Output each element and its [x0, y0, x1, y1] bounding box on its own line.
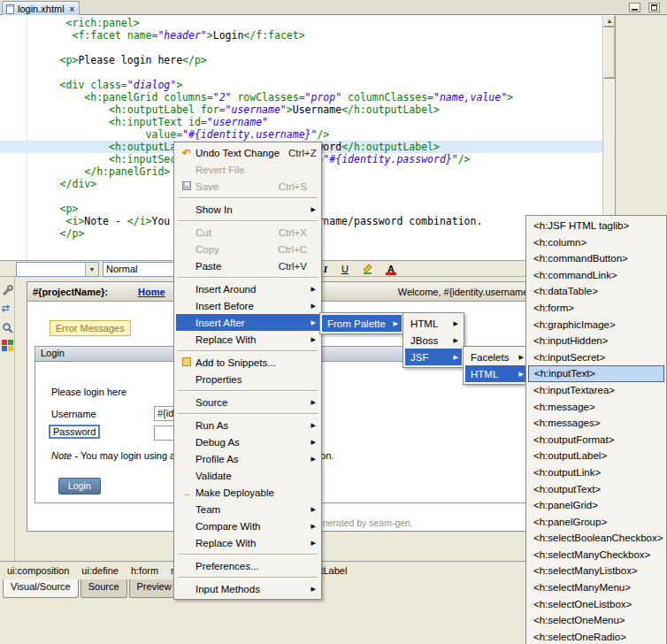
context-menu-item[interactable]: CutCtrl+X: [176, 224, 319, 241]
context-menu-item[interactable]: Compare With▶: [176, 518, 319, 534]
close-icon[interactable]: ×: [70, 4, 75, 14]
tag-menu-item[interactable]: <h:outputLabel>: [528, 448, 664, 464]
context-menu-item[interactable]: →Make Deployable: [176, 484, 319, 501]
tag-menu-item[interactable]: <h:selectManyCheckbox>: [528, 547, 664, 564]
code-line[interactable]: <div class="dialog">: [0, 79, 602, 91]
palette-icon[interactable]: [2, 340, 13, 351]
tag-menu-item[interactable]: <h:dataTable>: [528, 283, 664, 300]
tag-menu-item[interactable]: <h:panelGrid>: [528, 497, 664, 514]
tag-menu-item[interactable]: <h:message>: [528, 399, 664, 416]
context-menu-item[interactable]: Input Methods▶: [176, 580, 319, 597]
context-menu-item[interactable]: Show In▶: [176, 201, 319, 218]
highlight-marker-icon[interactable]: [359, 262, 377, 277]
context-menu-item[interactable]: Source▶: [176, 394, 319, 410]
login-button[interactable]: Login: [58, 478, 101, 494]
submenu-item[interactable]: Facelets▶: [465, 349, 527, 365]
code-line[interactable]: <f:facet name="header">Login</f:facet>: [0, 29, 602, 42]
submenu-item[interactable]: HTML▶: [405, 315, 462, 332]
tag-menu-item[interactable]: <h:inputTextarea>: [528, 382, 664, 399]
error-messages-placeholder[interactable]: Error Messages: [50, 320, 131, 336]
tag-menu-item[interactable]: <h:outputLink>: [528, 464, 664, 481]
context-menu-item[interactable]: Insert After▶: [176, 314, 319, 331]
code-line[interactable]: <h:panelGrid columns="2" rowClasses="pro…: [0, 91, 602, 104]
context-menu-item[interactable]: Insert Before▶: [176, 297, 319, 314]
underline-button[interactable]: U: [336, 262, 354, 277]
username-label[interactable]: Username: [51, 409, 96, 419]
code-line[interactable]: <p>Please login here</p>: [0, 54, 602, 66]
submenu-arrow-icon: ▶: [311, 319, 316, 326]
maximize-icon[interactable]: [648, 3, 660, 12]
font-color-button[interactable]: A: [382, 262, 400, 277]
code-line[interactable]: <rich:panel>: [0, 17, 602, 29]
context-menu-item[interactable]: Validate: [176, 467, 319, 484]
editor-tab-bar: login.xhtml ×: [0, 0, 667, 15]
code-line[interactable]: value="#{identity.username}"/>: [0, 128, 602, 141]
code-line[interactable]: [0, 66, 602, 79]
jsf-html-tags-submenu: <h:JSF HTML taglib><h:column><h:commandB…: [525, 215, 667, 644]
tag-menu-item[interactable]: <h:commandLink>: [528, 267, 664, 284]
editor-tab-login[interactable]: login.xhtml ×: [2, 1, 80, 15]
breadcrumb-item[interactable]: ui:composition: [7, 565, 69, 576]
menu-separator: [176, 574, 319, 580]
code-line[interactable]: [0, 42, 602, 54]
password-label-selected[interactable]: Password: [49, 425, 100, 439]
tag-menu-item[interactable]: <h:selectManyListbox>: [528, 563, 664, 579]
scroll-up-icon[interactable]: ▲: [603, 15, 615, 27]
context-menu-item[interactable]: Properties: [176, 371, 319, 387]
tag-menu-item[interactable]: <h:inputHidden>: [528, 333, 664, 349]
code-line[interactable]: <h:outputLabel for="username">Username</…: [0, 104, 602, 116]
paragraph-format-value: Normal: [104, 263, 177, 276]
submenu-item[interactable]: JBoss▶: [405, 332, 462, 349]
tag-menu-item[interactable]: <h:messages>: [528, 415, 664, 432]
refresh-icon[interactable]: ⇄: [2, 303, 13, 314]
menu-separator: [176, 410, 319, 417]
preferences-wrench-icon[interactable]: [2, 284, 13, 295]
zoom-page-icon[interactable]: [2, 321, 13, 333]
code-line[interactable]: <h:inputText id="username": [0, 116, 602, 128]
breadcrumb-item[interactable]: h:form: [131, 565, 158, 576]
minimize-icon[interactable]: [629, 3, 640, 12]
tag-menu-item[interactable]: <h:selectManyMenu>: [528, 579, 664, 596]
style-class-combo[interactable]: ▼: [16, 262, 99, 277]
context-menu-item[interactable]: Insert Around▶: [176, 280, 319, 297]
context-menu-item[interactable]: Run As▶: [176, 417, 319, 433]
context-menu-item[interactable]: Replace With▶: [176, 534, 319, 551]
context-menu-item[interactable]: SaveCtrl+S: [176, 178, 319, 195]
tag-menu-item[interactable]: <h:form>: [528, 300, 664, 317]
context-menu-item[interactable]: Profile As▶: [176, 450, 319, 467]
tag-menu-item[interactable]: <h:selectBooleanCheckbox>: [528, 530, 664, 547]
context-menu-item[interactable]: Revert File: [176, 161, 319, 178]
context-menu-item[interactable]: ↶Undo Text ChangeCtrl+Z: [176, 144, 319, 161]
context-menu-item[interactable]: Team▶: [176, 501, 319, 518]
tag-menu-item[interactable]: <h:commandButton>: [528, 250, 664, 267]
tag-menu-item[interactable]: <h:panelGroup>: [528, 514, 664, 531]
tag-menu-item[interactable]: <h:selectOneMenu>: [528, 612, 664, 629]
chevron-down-icon[interactable]: ▼: [85, 263, 98, 276]
snippet-icon: [178, 357, 196, 368]
tab-visual-source[interactable]: Visual/Source: [3, 579, 79, 598]
context-menu-item[interactable]: CopyCtrl+C: [176, 241, 319, 257]
context-menu-item[interactable]: Preferences...: [176, 557, 319, 574]
breadcrumb-item[interactable]: ui:define: [81, 565, 119, 576]
jsf-submenu: Facelets▶HTML▶: [463, 346, 530, 385]
tab-source[interactable]: Source: [80, 579, 127, 598]
context-menu-item[interactable]: Add to Snippets...: [176, 354, 319, 371]
submenu-item[interactable]: JSF▶: [405, 349, 462, 365]
scrollbar-thumb[interactable]: [603, 27, 615, 79]
tag-menu-item[interactable]: <h:JSF HTML taglib>: [528, 218, 664, 234]
context-menu-item[interactable]: PasteCtrl+V: [176, 257, 319, 274]
tag-menu-item[interactable]: <h:inputSecret>: [528, 349, 664, 366]
context-menu-item[interactable]: Debug As▶: [176, 433, 319, 450]
submenu-item[interactable]: From Palette▶: [322, 315, 402, 332]
tab-preview[interactable]: Preview: [129, 579, 180, 598]
tag-menu-item[interactable]: <h:outputFormat>: [528, 432, 664, 448]
context-menu-item[interactable]: Replace With▶: [176, 331, 319, 348]
tag-menu-item[interactable]: <h:selectOneRadio>: [528, 629, 664, 644]
tag-menu-item[interactable]: <h:inputText>: [528, 365, 664, 382]
submenu-item[interactable]: HTML▶: [465, 365, 527, 382]
tag-menu-item[interactable]: <h:selectOneListbox>: [528, 596, 664, 613]
tag-menu-item[interactable]: <h:column>: [528, 234, 664, 251]
home-link[interactable]: Home: [138, 287, 165, 297]
tag-menu-item[interactable]: <h:outputText>: [528, 481, 664, 498]
tag-menu-item[interactable]: <h:graphicImage>: [528, 317, 664, 334]
